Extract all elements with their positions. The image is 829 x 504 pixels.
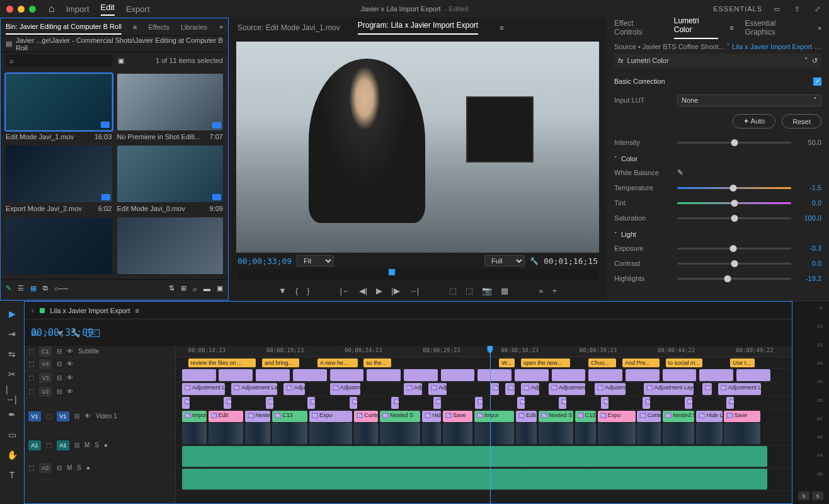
video-clip[interactable]: fxImpor: [182, 411, 207, 422]
list-view-icon[interactable]: ☰: [18, 284, 24, 292]
mode-export[interactable]: Export: [126, 4, 150, 14]
v4-clip[interactable]: [330, 369, 364, 381]
track-target-v3[interactable]: V3: [39, 373, 52, 383]
fx-clip[interactable]: fx: [350, 397, 357, 409]
fx-clip[interactable]: fx: [433, 397, 441, 409]
breadcrumb[interactable]: Javier ...ge\Javier - Commercial Shots\J…: [16, 37, 223, 52]
adjustment-clip[interactable]: fxAdjustment Layer: [644, 383, 693, 395]
subtitle-clip[interactable]: and bring...: [262, 358, 299, 367]
hand-tool-icon[interactable]: ✋: [6, 449, 18, 461]
mode-edit[interactable]: Edit: [101, 3, 115, 16]
v4-clip[interactable]: [477, 369, 512, 381]
track-target-v1[interactable]: V1: [57, 411, 69, 421]
step-back-icon[interactable]: ◀|: [359, 286, 367, 295]
comparison-view-icon[interactable]: ▦: [501, 286, 508, 295]
v4-clip[interactable]: [663, 369, 697, 381]
play-icon[interactable]: ▶: [376, 286, 382, 295]
settings-icon[interactable]: 🔧: [530, 257, 539, 265]
lumetri-reset-icon[interactable]: ↺: [812, 57, 818, 65]
slip-tool-icon[interactable]: |↔|: [6, 388, 18, 401]
selection-tool-icon[interactable]: ▶: [6, 307, 18, 320]
add-marker-icon[interactable]: ▼: [278, 286, 287, 295]
adjustment-clip[interactable]: fxAdjustment Lay: [231, 383, 277, 395]
monitor-menu-icon[interactable]: ≡: [500, 24, 503, 32]
v4-clip[interactable]: [404, 369, 438, 381]
clip-thumbnail[interactable]: [380, 423, 420, 444]
temperature-value[interactable]: -1.5: [796, 184, 821, 192]
adjustment-clip[interactable]: fxAdjustment L: [549, 383, 586, 395]
clip-thumb[interactable]: [117, 217, 224, 274]
eye-icon[interactable]: 👁: [67, 360, 73, 367]
lock-icon[interactable]: ⬚: [46, 442, 52, 449]
subtitle-clip[interactable]: A new he...: [317, 358, 358, 367]
v4-clip[interactable]: [552, 369, 586, 381]
current-timecode[interactable]: 00;00;33;09: [237, 256, 292, 266]
lumetri-dropdown-icon[interactable]: ˅: [804, 57, 808, 65]
program-monitor-tab[interactable]: Program: Lila x Javier Import Export: [358, 21, 478, 35]
mode-import[interactable]: Import: [66, 4, 89, 14]
intensity-slider[interactable]: [677, 142, 791, 144]
source-patch-a1[interactable]: A1: [28, 440, 41, 450]
clip-thumbnail[interactable]: [443, 423, 472, 444]
clip-thumb[interactable]: Edit Mode Javi_0.mov9:09: [117, 146, 224, 212]
lock-icon[interactable]: ⬚: [28, 348, 34, 355]
monitor-ruler[interactable]: [237, 269, 598, 280]
solo-button[interactable]: S: [77, 464, 81, 471]
export-frame-icon[interactable]: 📷: [482, 286, 492, 295]
voiceover-icon[interactable]: ●: [104, 442, 108, 449]
tab-lumetri-color[interactable]: Lumetri Color: [674, 16, 718, 39]
subtitle-clip[interactable]: to social m...: [666, 358, 703, 367]
v4-clip[interactable]: [736, 369, 770, 381]
tint-value[interactable]: 0.0: [796, 199, 821, 207]
mark-in-icon[interactable]: {: [295, 286, 298, 295]
timeline-tracks-area[interactable]: 00;00;14;2300;00;19;2300;00;24;2300;00;2…: [176, 346, 792, 503]
close-window[interactable]: [6, 6, 13, 13]
clip-thumbnail[interactable]: [663, 423, 694, 444]
button-editor-icon[interactable]: +: [552, 286, 557, 295]
fx-clip[interactable]: fx: [224, 397, 231, 409]
eye-icon[interactable]: 👁: [67, 348, 73, 355]
clip-thumbnail[interactable]: [209, 423, 244, 444]
subtitle-clip[interactable]: so the...: [363, 358, 391, 367]
lift-icon[interactable]: ⬚: [449, 286, 457, 295]
clip-thumbnail[interactable]: [354, 423, 378, 444]
video-clip[interactable]: fxSave: [724, 411, 760, 422]
fx-clip[interactable]: fx: [601, 397, 609, 409]
lock-icon[interactable]: ⬚: [28, 360, 34, 367]
mark-out-icon[interactable]: }: [307, 286, 309, 295]
adjustment-clip[interactable]: fxA: [490, 383, 500, 395]
sort-icon[interactable]: ⇅: [169, 284, 174, 292]
subtitle-clip[interactable]: Use t...: [730, 358, 755, 367]
temperature-slider[interactable]: [677, 187, 791, 189]
adjustment-clip[interactable]: fxAdju: [521, 383, 539, 395]
clip-thumbnail[interactable]: [575, 423, 596, 444]
source-monitor-tab[interactable]: Source: Edit Mode Javi_1.mov: [237, 23, 340, 32]
track-target-a2[interactable]: A2: [39, 463, 52, 473]
video-clip[interactable]: fxNested S: [245, 411, 270, 422]
search-input[interactable]: [6, 54, 113, 67]
sequence-name[interactable]: Lila x Javier Import Export: [50, 307, 130, 314]
sync-lock-icon[interactable]: ⊟: [74, 413, 79, 420]
timeline-settings-icon[interactable]: 🔧: [71, 329, 80, 338]
snap-icon[interactable]: ⁂: [31, 329, 38, 338]
fullscreen-icon[interactable]: ⤢: [811, 3, 823, 14]
basic-correction-toggle[interactable]: ✓: [813, 77, 821, 86]
v4-clip[interactable]: [293, 369, 327, 381]
linked-selection-icon[interactable]: ∩: [45, 329, 50, 338]
adjustment-clip[interactable]: fxA: [505, 383, 515, 395]
share-icon[interactable]: ⇪: [791, 3, 803, 14]
solo-right-button[interactable]: S: [812, 491, 823, 500]
v4-clip[interactable]: [182, 369, 216, 381]
clip-thumbnail[interactable]: [272, 423, 307, 444]
razor-tool-icon[interactable]: ✂: [6, 368, 18, 381]
color-group-header[interactable]: Color: [621, 155, 637, 163]
fx-clip[interactable]: fx: [391, 397, 399, 409]
track-select-tool-icon[interactable]: ⇥: [6, 328, 18, 340]
exposure-slider[interactable]: [677, 248, 791, 249]
fx-clip[interactable]: fx: [685, 397, 692, 409]
basic-correction-header[interactable]: Basic Correction: [614, 77, 665, 85]
go-to-out-icon[interactable]: →|: [409, 286, 419, 295]
solo-button[interactable]: S: [94, 442, 99, 449]
saturation-slider[interactable]: [677, 217, 791, 219]
fx-clip[interactable]: fx: [182, 397, 190, 409]
